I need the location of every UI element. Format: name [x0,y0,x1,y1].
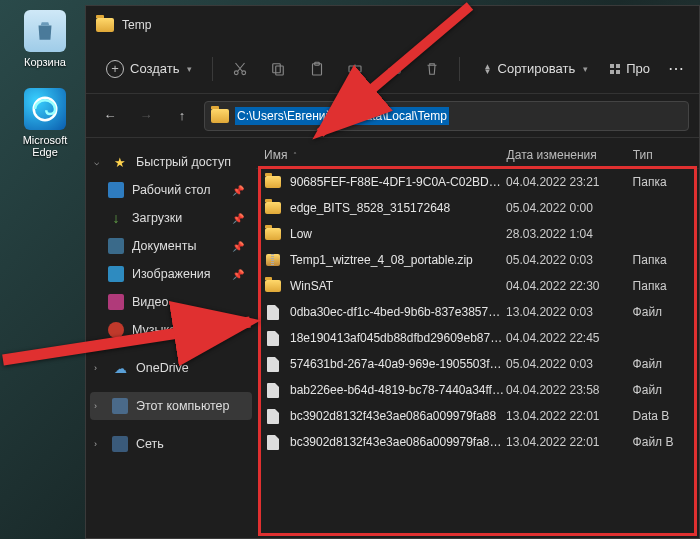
file-name: 90685FEF-F88E-4DF1-9C0A-C02BDAD4E5… [290,175,506,189]
recycle-bin-label: Корзина [10,56,80,68]
column-type[interactable]: Тип [633,148,691,162]
file-list: 90685FEF-F88E-4DF1-9C0A-C02BDAD4E5…04.04… [256,169,699,455]
scissors-icon [231,60,249,78]
file-icon [264,408,282,424]
svg-rect-3 [273,63,281,72]
cloud-icon: ☁ [112,360,128,376]
sidebar-item-desktop[interactable]: Рабочий стол 📌 [90,176,252,204]
chevron-right-icon: › [94,363,104,373]
network-icon [112,436,128,452]
plus-icon: + [106,60,124,78]
copy-icon [269,60,287,78]
download-icon: ↓ [108,210,124,226]
file-row[interactable]: WinSAT04.04.2022 22:30Папка [256,273,699,299]
svg-rect-4 [276,66,284,75]
file-row[interactable]: 0dba30ec-df1c-4bed-9b6b-837e38577905…13.… [256,299,699,325]
file-icon [264,330,282,346]
pin-icon: 📌 [232,269,244,280]
desktop-icon [108,182,124,198]
file-row[interactable]: bab226ee-b64d-4819-bc78-7440a34ff55e…04.… [256,377,699,403]
document-icon [108,238,124,254]
sidebar-quick-access[interactable]: ⌵ ★ Быстрый доступ [90,148,252,176]
sidebar-item-music[interactable]: Музыка [90,316,252,344]
file-row[interactable]: edge_BITS_8528_31517264805.04.2022 0:00 [256,195,699,221]
view-button[interactable]: Про [602,55,658,82]
star-icon: ★ [112,154,128,170]
file-row[interactable]: Low28.03.2022 1:04 [256,221,699,247]
zip-icon [264,252,282,268]
address-bar[interactable]: C:\Users\Евгений\AppData\Local\Temp [204,101,689,131]
file-icon [264,434,282,450]
sidebar-item-label: Сеть [136,437,164,451]
new-button[interactable]: + Создать ▾ [96,54,202,84]
sidebar-item-label: OneDrive [136,361,189,375]
sidebar-this-pc[interactable]: › Этот компьютер [90,392,252,420]
column-date[interactable]: Дата изменения [507,148,633,162]
file-row[interactable]: 18e190413af045db88dfbd29609eb877.db…04.0… [256,325,699,351]
chevron-right-icon: › [94,439,104,449]
file-name: bab226ee-b64d-4819-bc78-7440a34ff55e… [290,383,506,397]
sidebar-item-videos[interactable]: Видео [90,288,252,316]
file-type: Файл B [633,435,691,449]
file-row[interactable]: bc3902d8132f43e3ae086a009979fa8813.04.20… [256,403,699,429]
rename-button[interactable] [339,51,372,87]
file-date: 05.04.2022 0:03 [506,357,633,371]
explorer-window: Temp + Создать ▾ ▲▼ Сортировать ▾ Про ⋯ … [85,5,700,539]
file-type: Папка [633,279,691,293]
new-label: Создать [130,61,179,76]
file-date: 04.04.2022 23:21 [506,175,633,189]
forward-button[interactable]: → [132,102,160,130]
sidebar-item-downloads[interactable]: ↓ Загрузки 📌 [90,204,252,232]
sort-button[interactable]: ▲▼ Сортировать ▾ [476,55,597,82]
file-type: Файл [633,357,691,371]
separator [212,57,213,81]
svg-point-1 [234,70,238,74]
view-label: Про [626,61,650,76]
trash-icon [423,60,441,78]
file-type: Папка [633,253,691,267]
file-type: Файл [633,383,691,397]
file-row[interactable]: Temp1_wiztree_4_08_portable.zip05.04.202… [256,247,699,273]
sidebar-item-pictures[interactable]: Изображения 📌 [90,260,252,288]
file-date: 13.04.2022 22:01 [506,409,633,423]
sidebar: ⌵ ★ Быстрый доступ Рабочий стол 📌 ↓ Загр… [86,138,256,538]
file-row[interactable]: 574631bd-267a-40a9-969e-1905503f03b2…05.… [256,351,699,377]
address-row: ← → ↑ C:\Users\Евгений\AppData\Local\Tem… [86,94,699,138]
titlebar[interactable]: Temp [86,6,699,44]
file-type: Файл [633,305,691,319]
toolbar: + Создать ▾ ▲▼ Сортировать ▾ Про ⋯ [86,44,699,94]
up-button[interactable]: ↑ [168,102,196,130]
sidebar-item-label: Видео [132,295,169,309]
edge-shortcut[interactable]: Microsoft Edge [10,88,80,158]
grid-icon [610,64,620,74]
folder-icon [211,109,229,123]
file-row[interactable]: 90685FEF-F88E-4DF1-9C0A-C02BDAD4E5…04.04… [256,169,699,195]
recycle-bin[interactable]: Корзина [10,10,80,68]
clipboard-icon [308,60,326,78]
sort-indicator-icon: ˄ [293,151,297,160]
file-date: 13.04.2022 0:03 [506,305,633,319]
paste-button[interactable] [300,51,333,87]
file-date: 04.04.2022 23:58 [506,383,633,397]
sidebar-network[interactable]: › Сеть [90,430,252,458]
back-button[interactable]: ← [96,102,124,130]
sidebar-onedrive[interactable]: › ☁ OneDrive [90,354,252,382]
chevron-down-icon: ▾ [583,64,588,74]
sidebar-item-label: Изображения [132,267,211,281]
sidebar-item-documents[interactable]: Документы 📌 [90,232,252,260]
sidebar-item-label: Этот компьютер [136,399,229,413]
cut-button[interactable] [223,51,256,87]
sidebar-item-label: Быстрый доступ [136,155,231,169]
pc-icon [112,398,128,414]
file-row[interactable]: bc3902d8132f43e3ae086a009979fa88.db.ses1… [256,429,699,455]
file-name: 574631bd-267a-40a9-969e-1905503f03b2… [290,357,506,371]
address-path[interactable]: C:\Users\Евгений\AppData\Local\Temp [235,107,449,125]
more-button[interactable]: ⋯ [668,59,685,78]
edge-icon [24,88,66,130]
file-date: 28.03.2022 1:04 [506,227,633,241]
delete-button[interactable] [416,51,449,87]
share-button[interactable] [378,51,411,87]
copy-button[interactable] [262,51,295,87]
folder-icon [96,18,114,32]
column-name[interactable]: Имя ˄ [264,148,507,162]
